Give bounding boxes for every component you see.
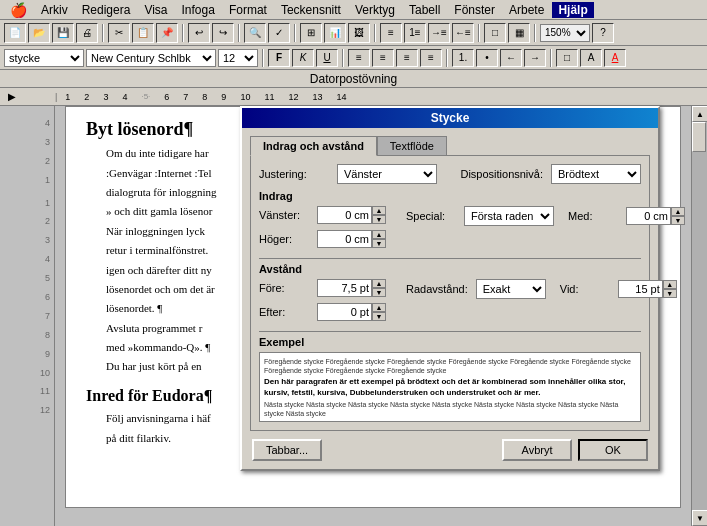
redo-btn[interactable]: ↪ (212, 23, 234, 43)
align-center-btn[interactable]: ≡ (372, 49, 394, 67)
vanster-input[interactable] (317, 206, 372, 224)
avbryt-button[interactable]: Avbryt (502, 439, 572, 461)
efter-input[interactable] (317, 303, 372, 321)
menu-format[interactable]: Format (223, 2, 273, 18)
menu-redigera[interactable]: Redigera (76, 2, 137, 18)
fore-spinner-btns: ▲ ▼ (372, 279, 386, 297)
menu-verktyg[interactable]: Verktyg (349, 2, 401, 18)
menu-arkiv[interactable]: Arkiv (35, 2, 74, 18)
dispositionsniva-label: Dispositionsnivå: (460, 168, 543, 180)
dialog-title: Stycke (431, 111, 470, 125)
num-btn[interactable]: 1≡ (404, 23, 426, 43)
bullet-btn[interactable]: ≡ (380, 23, 402, 43)
outdent-btn[interactable]: ←≡ (452, 23, 474, 43)
search-btn[interactable]: 🔍 (244, 23, 266, 43)
tab-row: Indrag och avstånd Textflöde (250, 136, 650, 156)
copy-btn[interactable]: 📋 (132, 23, 154, 43)
bold-btn[interactable]: F (268, 49, 290, 67)
fore-input[interactable] (317, 279, 372, 297)
scroll-down-btn[interactable]: ▼ (692, 510, 707, 526)
doc-title: Datorpostövning (310, 72, 397, 86)
menu-tabell[interactable]: Tabell (403, 2, 446, 18)
zoom-select[interactable]: 150% (540, 24, 590, 42)
hoger-up-btn[interactable]: ▲ (372, 230, 386, 239)
dialog-title-bar: Stycke (242, 108, 658, 128)
menu-fonster[interactable]: Fönster (448, 2, 501, 18)
font-select[interactable]: New Century Schlbk (86, 49, 216, 67)
fore-down-btn[interactable]: ▼ (372, 288, 386, 297)
vid-down-btn[interactable]: ▼ (663, 289, 677, 298)
format-bar: stycke New Century Schlbk 12 F K U ≡ ≡ ≡… (0, 46, 707, 70)
menu-teckensnitt[interactable]: Teckensnitt (275, 2, 347, 18)
indrag-section-label: Indrag (259, 190, 641, 202)
menu-arbete[interactable]: Arbete (503, 2, 550, 18)
chart-btn[interactable]: 📊 (324, 23, 346, 43)
border-color-btn[interactable]: □ (556, 49, 578, 67)
underline-btn[interactable]: U (316, 49, 338, 67)
style-select[interactable]: stycke (4, 49, 84, 67)
radavstand-select[interactable]: Exakt (476, 279, 546, 299)
size-select[interactable]: 12 (218, 49, 258, 67)
med-down-btn[interactable]: ▼ (671, 216, 685, 225)
menu-infoga[interactable]: Infoga (176, 2, 221, 18)
efter-down-btn[interactable]: ▼ (372, 312, 386, 321)
num-list-btn[interactable]: 1. (452, 49, 474, 67)
tab-panel: Justering: Vänster Dispositionsnivå: Brö… (250, 155, 650, 431)
print-btn[interactable]: 🖨 (76, 23, 98, 43)
vertical-scrollbar[interactable]: ▲ ▼ (691, 106, 707, 526)
border-btn[interactable]: □ (484, 23, 506, 43)
bg-color-btn[interactable]: A (580, 49, 602, 67)
menu-hjalp[interactable]: Hjälp (552, 2, 593, 18)
menu-visa[interactable]: Visa (138, 2, 173, 18)
paste-btn[interactable]: 📌 (156, 23, 178, 43)
inc-indent-btn[interactable]: → (524, 49, 546, 67)
dec-indent-btn[interactable]: ← (500, 49, 522, 67)
med-up-btn[interactable]: ▲ (671, 207, 685, 216)
vid-spinner-btns: ▲ ▼ (663, 280, 677, 298)
vid-input[interactable] (618, 280, 663, 298)
med-input[interactable] (626, 207, 671, 225)
align-justify-btn[interactable]: ≡ (420, 49, 442, 67)
special-select[interactable]: Första raden (464, 206, 554, 226)
radavstand-row: Radavstånd: Exakt Vid: ▲ ▼ (406, 279, 677, 299)
hoger-input[interactable] (317, 230, 372, 248)
indent-btn[interactable]: →≡ (428, 23, 450, 43)
table-btn[interactable]: ⊞ (300, 23, 322, 43)
justering-select[interactable]: Vänster (337, 164, 437, 184)
tab-textflode[interactable]: Textflöde (377, 136, 447, 156)
font-color-btn[interactable]: A (604, 49, 626, 67)
help-btn[interactable]: ? (592, 23, 614, 43)
undo-btn[interactable]: ↩ (188, 23, 210, 43)
scroll-track[interactable] (692, 122, 707, 510)
med-spinner-btns: ▲ ▼ (671, 207, 685, 225)
sep4 (294, 24, 296, 42)
vid-up-btn[interactable]: ▲ (663, 280, 677, 289)
exempel-label: Exempel (259, 336, 641, 348)
new-btn[interactable]: 📄 (4, 23, 26, 43)
efter-up-btn[interactable]: ▲ (372, 303, 386, 312)
tab-indrag[interactable]: Indrag och avstånd (250, 136, 377, 156)
dispositionsniva-select[interactable]: Brödtext (551, 164, 641, 184)
italic-btn[interactable]: K (292, 49, 314, 67)
ok-button[interactable]: OK (578, 439, 648, 461)
fore-up-btn[interactable]: ▲ (372, 279, 386, 288)
save-btn[interactable]: 💾 (52, 23, 74, 43)
bul-list-btn[interactable]: • (476, 49, 498, 67)
fill-btn[interactable]: ▦ (508, 23, 530, 43)
tabbar-button[interactable]: Tabbar... (252, 439, 322, 461)
apple-menu-icon[interactable]: 🍎 (4, 2, 33, 18)
exempel-preview-bold: Den här paragrafen är ett exempel på brö… (264, 377, 636, 398)
align-left-btn[interactable]: ≡ (348, 49, 370, 67)
vanster-up-btn[interactable]: ▲ (372, 206, 386, 215)
scroll-up-btn[interactable]: ▲ (692, 106, 707, 122)
cut-btn[interactable]: ✂ (108, 23, 130, 43)
img-btn[interactable]: 🖼 (348, 23, 370, 43)
scroll-thumb[interactable] (692, 122, 706, 152)
vanster-down-btn[interactable]: ▼ (372, 215, 386, 224)
align-right-btn[interactable]: ≡ (396, 49, 418, 67)
med-label: Med: (568, 210, 618, 222)
spell-btn[interactable]: ✓ (268, 23, 290, 43)
tab-textflode-label: Textflöde (390, 140, 434, 152)
open-btn[interactable]: 📂 (28, 23, 50, 43)
hoger-down-btn[interactable]: ▼ (372, 239, 386, 248)
